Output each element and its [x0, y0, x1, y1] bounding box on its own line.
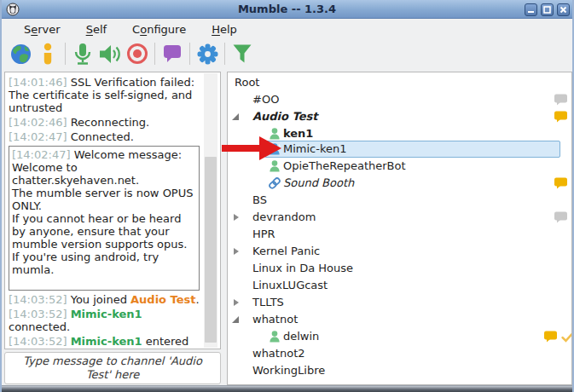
tree-row-channel-whatnot[interactable]: whatnot — [229, 311, 571, 328]
user-name: Mimic-ken1 — [71, 335, 142, 348]
user-name: Mimic-ken1 — [71, 308, 142, 320]
maximize-button[interactable] — [541, 3, 554, 16]
minimize-button[interactable] — [525, 3, 537, 16]
chat-message: [14:03:52] You joined Audio Test. — [9, 293, 201, 306]
window-title: Mumble -- 1.3.4 — [2, 3, 572, 15]
chat-message: [14:03:52] Mimic-ken1 entered channel. — [9, 335, 201, 349]
toolbar-separator — [224, 43, 225, 65]
maximize-icon — [543, 6, 551, 14]
comment-button[interactable] — [159, 41, 186, 66]
microphone-icon — [72, 43, 93, 66]
chat-log: [14:01:46] SSL Verification failed: The … — [9, 74, 201, 349]
chat-message: [14:02:46] Reconnecting. — [9, 116, 201, 129]
mute-microphone-button[interactable] — [69, 41, 96, 66]
expander-expanded-icon[interactable] — [232, 316, 239, 323]
menu-configure[interactable]: Configure — [120, 21, 198, 37]
record-button[interactable] — [124, 41, 151, 66]
chat-message: [14:02:47] Connected. — [9, 130, 201, 143]
tree-row-channel[interactable]: #OO — [229, 91, 571, 108]
expander-collapsed-icon[interactable] — [234, 299, 239, 306]
red-annotation-arrow — [220, 135, 285, 162]
tree-row-channel[interactable]: HPR — [229, 226, 571, 243]
minimize-icon — [527, 6, 535, 14]
chat-message: [14:01:46] SSL Verification failed: The … — [9, 76, 201, 114]
tree-row-channel[interactable]: whatnot2 — [229, 345, 571, 362]
gear-icon — [196, 43, 219, 66]
deafen-speaker-button[interactable] — [96, 41, 124, 66]
tree-row-channel[interactable]: BS — [229, 192, 571, 209]
tree-row-channel[interactable]: devrandom — [229, 209, 571, 226]
expander-expanded-icon[interactable] — [232, 113, 239, 120]
settings-button[interactable] — [194, 41, 221, 66]
tree-row-channel-audio-test[interactable]: Audio Test — [229, 108, 571, 125]
tree-row-channel[interactable]: Kernel Panic — [229, 243, 571, 260]
globe-icon — [9, 43, 32, 66]
toolbar-separator — [189, 43, 190, 65]
tree-row-channel[interactable]: Linux in Da House — [229, 260, 571, 277]
info-icon — [42, 43, 54, 66]
menu-bar: Server Self Configure Help — [2, 20, 572, 38]
user-icon — [268, 330, 281, 343]
chat-scrollbar-thumb[interactable] — [205, 157, 217, 343]
filter-button[interactable] — [229, 41, 256, 66]
channel-name: Audio Test — [130, 293, 195, 306]
server-info-button[interactable] — [34, 41, 61, 66]
tree-row-root[interactable]: Root — [229, 74, 571, 91]
channel-comment-icon[interactable] — [554, 111, 568, 123]
connect-button[interactable] — [7, 41, 34, 66]
tree-row-channel[interactable]: WorkingLibre — [229, 362, 571, 379]
tree-row-user-delwin[interactable]: delwin — [229, 328, 571, 345]
close-icon — [560, 6, 567, 14]
expander-collapsed-icon[interactable] — [234, 214, 239, 221]
tree-row-channel[interactable]: TLLTS — [229, 294, 571, 311]
tree-row-channel-sound-booth[interactable]: Sound Booth — [229, 175, 571, 192]
toolbar-separator — [154, 43, 155, 65]
authenticated-check-icon — [561, 331, 572, 343]
channel-tree-panel[interactable]: Root #OO Audio Test ken1 Mimic-ken1 Opie… — [227, 72, 572, 385]
message-input[interactable]: Type message to channel 'Audio Test' her… — [4, 352, 221, 384]
menu-server[interactable]: Server — [12, 21, 72, 37]
toolbar-separator — [65, 43, 66, 65]
linked-channel-icon — [268, 176, 281, 190]
chat-scrollbar[interactable] — [204, 73, 217, 348]
toolbar — [2, 38, 572, 69]
channel-comment-icon[interactable] — [554, 211, 568, 223]
title-bar[interactable]: Mumble -- 1.3.4 — [2, 0, 572, 19]
welcome-message-box: [14:02:47] Welcome message: Welcome to c… — [9, 146, 200, 291]
expander-collapsed-icon[interactable] — [234, 248, 239, 255]
user-comment-icon[interactable] — [543, 331, 558, 343]
window-bottom-border — [2, 385, 572, 392]
chat-message: [14:03:52] Mimic-ken1 connected. — [9, 308, 201, 333]
channel-comment-icon[interactable] — [554, 94, 568, 106]
chat-log-panel[interactable]: [14:01:46] SSL Verification failed: The … — [4, 72, 221, 349]
close-button[interactable] — [557, 3, 570, 16]
speaker-icon — [98, 43, 122, 66]
tree-row-channel[interactable]: LinuxLUGcast — [229, 277, 571, 294]
menu-self[interactable]: Self — [74, 21, 119, 37]
menu-help[interactable]: Help — [200, 21, 249, 37]
chat-bubble-icon — [161, 43, 183, 65]
channel-comment-icon[interactable] — [554, 177, 568, 189]
filter-funnel-icon — [231, 43, 253, 65]
record-icon — [126, 43, 148, 65]
